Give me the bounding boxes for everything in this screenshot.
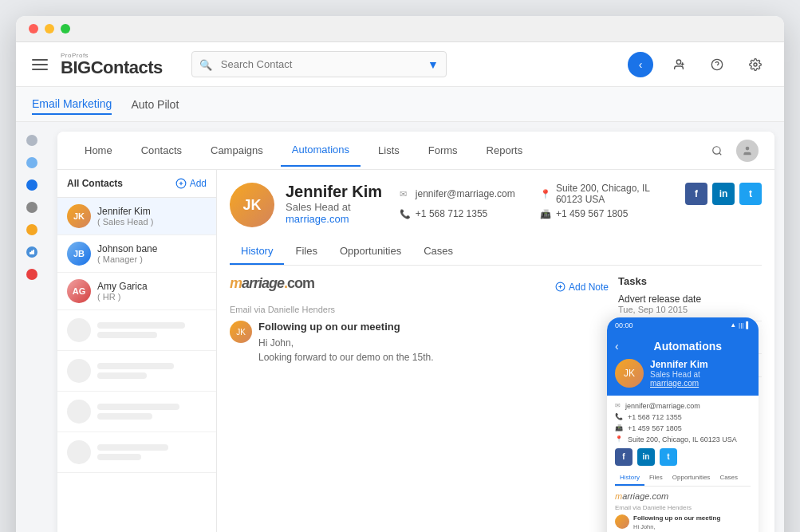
back-button[interactable]: ‹ — [628, 52, 653, 77]
contact-placeholder-1 — [57, 310, 216, 351]
svg-point-5 — [754, 63, 757, 66]
mobile-note-body: Hi John, It is a long established fact t… — [633, 523, 739, 533]
wifi-icon: ▲ — [730, 321, 736, 329]
close-dot[interactable] — [29, 24, 38, 33]
mobile-linkedin-button[interactable]: in — [637, 448, 655, 466]
help-button[interactable] — [704, 52, 730, 77]
mobile-tab-files[interactable]: Files — [644, 471, 668, 486]
search-bar: 🔍 ▼ — [191, 51, 447, 77]
contact-phone2: +1 459 567 1805 — [556, 208, 628, 219]
nav-forms[interactable]: Forms — [417, 135, 469, 166]
side-dot-4[interactable] — [26, 202, 37, 213]
side-dot-2[interactable] — [26, 157, 37, 168]
contact-detail-header: JK Jennifer Kim Sales Head at marriage.c… — [230, 183, 762, 227]
tab-files[interactable]: Files — [284, 238, 328, 265]
subnav-email-marketing[interactable]: Email Marketing — [32, 94, 112, 115]
contact-item-johnson[interactable]: JB Johnson bane ( Manager ) — [57, 235, 216, 273]
top-navigation: ProProfs BIGContacts 🔍 ▼ ‹ — [16, 42, 784, 87]
contact-info-jennifer: Jennifer Kim ( Sales Head ) — [97, 206, 153, 227]
tab-history[interactable]: History — [230, 238, 284, 265]
mobile-email-icon: ✉ — [615, 402, 621, 409]
mobile-time: 00:00 — [615, 321, 633, 329]
add-note-button[interactable]: Add Note — [555, 282, 609, 293]
mobile-address: Suite 200, Chicago, IL 60123 USA — [628, 435, 737, 443]
side-dot-5[interactable] — [26, 224, 37, 235]
sub-navigation: Email Marketing Auto Pilot — [16, 87, 784, 122]
mobile-tab-cases[interactable]: Cases — [715, 471, 743, 486]
mobile-phone1-row: 📞 +1 568 712 1355 — [615, 413, 751, 421]
contact-company-link[interactable]: marriage.com — [286, 213, 349, 225]
mobile-back-button[interactable]: ‹ — [615, 340, 619, 353]
mobile-note-avatar — [615, 514, 629, 529]
tab-opportunities[interactable]: Opportunities — [329, 238, 412, 265]
mobile-email-via: Email via Danielle Henders — [615, 504, 751, 511]
contact-phone1-row: 📞 +1 568 712 1355 — [400, 208, 524, 219]
social-buttons: f in t — [685, 183, 762, 205]
mobile-company-logo: marriage.com — [615, 491, 751, 501]
nav-campaigns[interactable]: Campaigns — [199, 135, 274, 166]
contact-info-johnson: Johnson bane ( Manager ) — [97, 243, 157, 264]
minimize-dot[interactable] — [45, 24, 54, 33]
nav-lists[interactable]: Lists — [367, 135, 411, 166]
search-input[interactable] — [191, 51, 447, 77]
mobile-location-icon: 📍 — [615, 435, 623, 443]
topnav-right: ‹ — [628, 52, 768, 77]
twitter-button[interactable]: t — [739, 183, 762, 205]
mobile-tabs: History Files Opportunities Cases — [615, 471, 751, 487]
settings-button[interactable] — [743, 52, 768, 77]
side-dot-3[interactable] — [26, 179, 37, 191]
side-dots-panel — [16, 122, 48, 532]
nav-contacts[interactable]: Contacts — [130, 135, 193, 166]
mobile-facebook-button[interactable]: f — [615, 448, 633, 466]
mobile-title: Automations — [625, 340, 751, 353]
side-dot-6[interactable] — [26, 246, 37, 258]
logo-big-text: BIGContacts — [61, 59, 163, 77]
mobile-note-subject: Following up on our meeting — [633, 514, 739, 522]
task-1-name: Advert release date — [618, 294, 762, 305]
detail-avatar: JK — [230, 183, 274, 227]
mobile-tab-history[interactable]: History — [615, 471, 644, 486]
contacts-sidebar: All Contacts Add JK Jennifer Kim — [57, 170, 217, 532]
mobile-contact-info: Jennifer Kim Sales Head at marriage.com — [650, 359, 751, 388]
mobile-email-row: ✉ jennifer@marriage.com — [615, 402, 751, 410]
contact-address-row: 📍 Suite 200, Chicago, IL 60123 USA — [540, 183, 664, 205]
mobile-address-row: 📍 Suite 200, Chicago, IL 60123 USA — [615, 435, 751, 443]
hamburger-menu[interactable] — [32, 59, 48, 70]
contact-avatar-johnson: JB — [67, 242, 91, 266]
subnav-auto-pilot[interactable]: Auto Pilot — [131, 95, 179, 114]
add-user-button[interactable] — [666, 52, 692, 77]
nav-home[interactable]: Home — [73, 135, 124, 166]
notes-header-row: marriage.com Add Note — [230, 275, 609, 298]
svg-point-8 — [746, 146, 750, 150]
side-dot-7[interactable] — [26, 269, 37, 280]
add-contact-button[interactable]: Add — [175, 178, 207, 189]
user-avatar-nav[interactable] — [736, 140, 759, 162]
facebook-button[interactable]: f — [685, 183, 707, 205]
search-contacts-icon[interactable] — [706, 140, 728, 162]
mobile-body: ✉ jennifer@marriage.com 📞 +1 568 712 135… — [607, 396, 759, 533]
main-layout: Home Contacts Campaigns Automations List… — [16, 122, 784, 532]
contact-avatar-jennifer: JK — [67, 204, 91, 228]
battery-icon: ▌ — [746, 321, 751, 329]
nav-automations[interactable]: Automations — [281, 134, 361, 167]
contacts-header: All Contacts Add — [57, 170, 216, 198]
side-dot-1[interactable] — [26, 135, 37, 146]
contact-item-amy[interactable]: AG Amy Garica ( HR ) — [57, 273, 216, 310]
search-dropdown-icon[interactable]: ▼ — [428, 58, 439, 71]
contact-title: Sales Head at marriage.com — [286, 201, 388, 225]
contact-item-jennifer[interactable]: JK Jennifer Kim ( Sales Head ) — [57, 198, 216, 235]
inner-nav-right — [706, 140, 759, 162]
mobile-contact-card: JK Jennifer Kim Sales Head at marriage.c… — [607, 359, 759, 396]
mobile-tab-opportunities[interactable]: Opportunities — [668, 471, 715, 486]
contact-phone1: +1 568 712 1355 — [416, 208, 487, 219]
mobile-twitter-button[interactable]: t — [660, 448, 677, 466]
tab-cases[interactable]: Cases — [412, 238, 464, 265]
mobile-company-link[interactable]: marriage.com — [650, 379, 699, 388]
maximize-dot[interactable] — [61, 24, 70, 33]
mobile-header: ‹ Automations — [607, 333, 759, 359]
mobile-social-buttons: f in t — [615, 448, 751, 466]
detail-tabs: History Files Opportunities Cases — [230, 238, 762, 266]
nav-reports[interactable]: Reports — [475, 135, 534, 166]
linkedin-button[interactable]: in — [712, 183, 735, 205]
mobile-email: jennifer@marriage.com — [625, 402, 700, 410]
